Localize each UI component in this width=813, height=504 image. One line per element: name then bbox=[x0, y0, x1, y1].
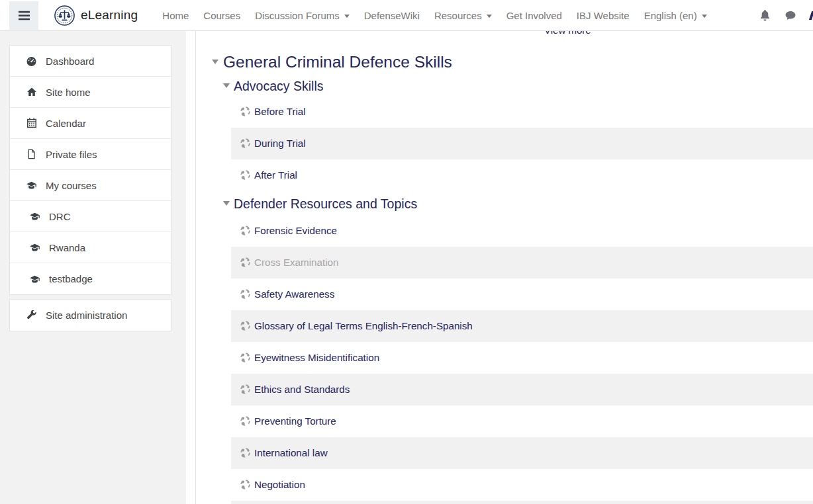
nav-item-label: Get Involved bbox=[506, 10, 562, 21]
course-link[interactable]: International law bbox=[254, 447, 328, 458]
collapse-caret-icon[interactable] bbox=[223, 83, 230, 88]
course-row: Before Trial bbox=[231, 96, 813, 128]
sidebar-item-dashboard[interactable]: Dashboard bbox=[10, 46, 171, 77]
nav-item-ibj-website[interactable]: IBJ Website bbox=[569, 10, 637, 21]
course-dots-icon bbox=[240, 320, 251, 331]
sidebar-item-rwanda[interactable]: Rwanda bbox=[10, 232, 171, 263]
notifications-bell-button[interactable] bbox=[759, 10, 771, 21]
collapse-caret-icon[interactable] bbox=[212, 60, 218, 64]
graduation-cap-icon bbox=[26, 180, 37, 190]
sidebar-item-label: My courses bbox=[46, 180, 97, 191]
course-row: Eyewitness Misidentification bbox=[231, 342, 813, 374]
sidebar-item-site-home[interactable]: Site home bbox=[10, 77, 171, 108]
nav-item-get-involved[interactable]: Get Involved bbox=[499, 10, 569, 21]
sidebar-item-testbadge[interactable]: testbadge bbox=[10, 263, 171, 294]
wrench-icon bbox=[26, 310, 37, 321]
nav-item-label: Resources bbox=[434, 10, 482, 21]
course-dots-icon bbox=[240, 352, 251, 363]
site-logo-brand[interactable]: eLearning bbox=[54, 5, 138, 26]
sidebar-item-label: DRC bbox=[49, 211, 71, 222]
drawer-admin-card: Site administration bbox=[9, 299, 171, 331]
course-row: International law bbox=[231, 437, 813, 469]
nav-item-resources[interactable]: Resources bbox=[427, 10, 499, 21]
navbar-right-icons bbox=[759, 10, 813, 21]
course-row: Ethics and Standards bbox=[231, 374, 813, 405]
nav-item-courses[interactable]: Courses bbox=[196, 10, 248, 21]
category-heading: General Criminal Defence Skills bbox=[212, 53, 813, 72]
course-row: Forensic Evidence bbox=[231, 215, 813, 247]
course-link[interactable]: Forensic Evidence bbox=[254, 225, 337, 236]
sidebar-item-label: Dashboard bbox=[46, 56, 94, 67]
chevron-down-icon bbox=[702, 15, 707, 18]
nav-drawer: Dashboard Site home Calendar bbox=[0, 31, 186, 504]
sidebar-item-my-courses[interactable]: My courses bbox=[10, 170, 171, 201]
ibj-seal-logo-icon bbox=[54, 5, 75, 26]
brand-title: eLearning bbox=[81, 8, 138, 22]
chevron-down-icon bbox=[344, 15, 350, 18]
collapse-caret-icon[interactable] bbox=[223, 201, 230, 206]
course-link[interactable]: Negotiation bbox=[254, 479, 305, 490]
user-name-clipped[interactable] bbox=[809, 11, 813, 20]
bell-icon bbox=[759, 10, 771, 21]
course-link[interactable]: Ethics and Standards bbox=[254, 384, 350, 395]
sidebar-item-label: Calendar bbox=[46, 118, 86, 129]
nav-item-home[interactable]: Home bbox=[155, 10, 196, 21]
course-link[interactable]: Glossary of Legal Terms English-French-S… bbox=[254, 320, 473, 331]
sidebar-item-calendar[interactable]: Calendar bbox=[10, 108, 171, 139]
drawer-nav-list: Dashboard Site home Calendar bbox=[9, 45, 171, 295]
sidebar-item-label: testbadge bbox=[49, 273, 93, 284]
file-icon bbox=[26, 149, 37, 159]
course-dots-icon bbox=[240, 169, 251, 181]
course-dots-icon bbox=[240, 106, 251, 117]
course-list: Forensic Evidence Cross Examination Safe… bbox=[231, 215, 813, 504]
sidebar-item-label: Rwanda bbox=[49, 242, 85, 253]
subcategory-title-link[interactable]: Defender Resources and Topics bbox=[234, 196, 417, 212]
graduation-cap-icon bbox=[29, 242, 40, 253]
subcategory-heading: Defender Resources and Topics bbox=[223, 196, 813, 212]
subcategory-heading: Advocacy Skills bbox=[223, 79, 813, 94]
nav-item-defensewiki[interactable]: DefenseWiki bbox=[357, 10, 427, 21]
course-link[interactable]: Preventing Torture bbox=[254, 415, 336, 427]
course-row: During Trial bbox=[231, 128, 813, 159]
course-dots-icon bbox=[240, 288, 251, 300]
course-category-listing: View more General Criminal Defence Skill… bbox=[195, 31, 813, 504]
sidebar-item-site-administration[interactable]: Site administration bbox=[10, 300, 171, 331]
course-dots-icon bbox=[240, 384, 251, 395]
course-dots-icon bbox=[240, 479, 251, 490]
nav-item-label: DefenseWiki bbox=[364, 10, 420, 21]
course-link[interactable]: Before Trial bbox=[254, 106, 306, 117]
course-row: Safety Awareness bbox=[231, 278, 813, 310]
subcategory-title-link[interactable]: Advocacy Skills bbox=[234, 79, 323, 94]
nav-item-label: IBJ Website bbox=[577, 10, 630, 21]
course-link[interactable]: After Trial bbox=[254, 169, 297, 181]
course-link[interactable]: Eyewitness Misidentification bbox=[254, 352, 379, 363]
course-dots-icon bbox=[240, 225, 251, 236]
messages-icon bbox=[785, 10, 796, 21]
category-title-link[interactable]: General Criminal Defence Skills bbox=[223, 53, 452, 72]
graduation-cap-icon bbox=[29, 211, 40, 222]
nav-item-label: Courses bbox=[203, 10, 240, 21]
sidebar-item-label: Site home bbox=[46, 87, 91, 98]
course-link[interactable]: During Trial bbox=[254, 138, 306, 149]
sidebar-item-label: Private files bbox=[46, 149, 97, 160]
course-row: After Trial bbox=[231, 159, 813, 191]
course-dots-icon bbox=[240, 415, 251, 427]
sidebar-item-label: Site administration bbox=[46, 310, 127, 321]
sidebar-item-private-files[interactable]: Private files bbox=[10, 139, 171, 170]
chevron-down-icon bbox=[487, 15, 492, 18]
nav-item-language-english[interactable]: English (en) bbox=[637, 10, 714, 21]
top-navbar: eLearning Home Courses Discussion Forums… bbox=[0, 0, 813, 31]
sidebar-item-drc[interactable]: DRC bbox=[10, 201, 171, 232]
messages-button[interactable] bbox=[785, 10, 796, 21]
hamburger-menu-button[interactable] bbox=[9, 1, 38, 30]
course-dots-icon bbox=[240, 447, 251, 458]
course-row-partially-visible bbox=[231, 501, 813, 504]
course-row: Glossary of Legal Terms English-French-S… bbox=[231, 310, 813, 342]
home-icon bbox=[26, 87, 37, 97]
course-link[interactable]: Safety Awareness bbox=[254, 288, 334, 300]
course-dots-icon bbox=[240, 138, 251, 149]
nav-item-discussion-forums[interactable]: Discussion Forums bbox=[248, 10, 357, 21]
course-link[interactable]: Cross Examination bbox=[254, 257, 338, 268]
course-row: Negotiation bbox=[231, 469, 813, 501]
nav-item-label: Discussion Forums bbox=[255, 10, 340, 21]
